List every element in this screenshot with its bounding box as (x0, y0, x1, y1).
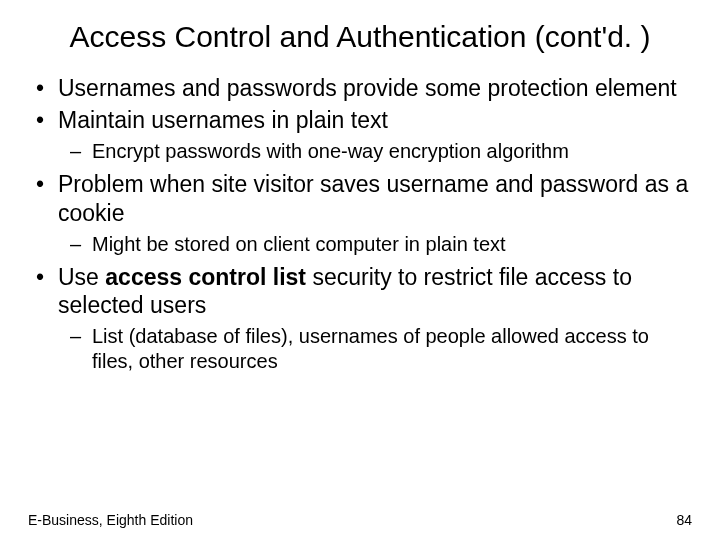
sub-bullet-text: Might be stored on client computer in pl… (92, 233, 506, 255)
slide-number: 84 (676, 512, 692, 528)
sub-bullet-list: Encrypt passwords with one-way encryptio… (58, 139, 692, 164)
sub-bullet-list: List (database of files), usernames of p… (58, 324, 692, 374)
bullet-item: Problem when site visitor saves username… (58, 170, 692, 257)
sub-bullet-list: Might be stored on client computer in pl… (58, 232, 692, 257)
bullet-item: Maintain usernames in plain text Encrypt… (58, 106, 692, 164)
sub-bullet-text: List (database of files), usernames of p… (92, 325, 649, 372)
bullet-item: Usernames and passwords provide some pro… (58, 74, 692, 103)
bullet-text: Maintain usernames in plain text (58, 107, 388, 133)
bullet-text-bold: access control list (105, 264, 306, 290)
slide-footer: E-Business, Eighth Edition 84 (28, 512, 692, 528)
sub-bullet-item: Encrypt passwords with one-way encryptio… (92, 139, 692, 164)
bullet-text: Usernames and passwords provide some pro… (58, 75, 677, 101)
bullet-list: Usernames and passwords provide some pro… (28, 74, 692, 375)
slide-title: Access Control and Authentication (cont'… (28, 18, 692, 56)
slide: Access Control and Authentication (cont'… (0, 0, 720, 540)
sub-bullet-item: List (database of files), usernames of p… (92, 324, 692, 374)
bullet-text: Problem when site visitor saves username… (58, 171, 688, 226)
footer-source: E-Business, Eighth Edition (28, 512, 193, 528)
sub-bullet-text: Encrypt passwords with one-way encryptio… (92, 140, 569, 162)
sub-bullet-item: Might be stored on client computer in pl… (92, 232, 692, 257)
bullet-text-prefix: Use (58, 264, 105, 290)
bullet-item: Use access control list security to rest… (58, 263, 692, 375)
